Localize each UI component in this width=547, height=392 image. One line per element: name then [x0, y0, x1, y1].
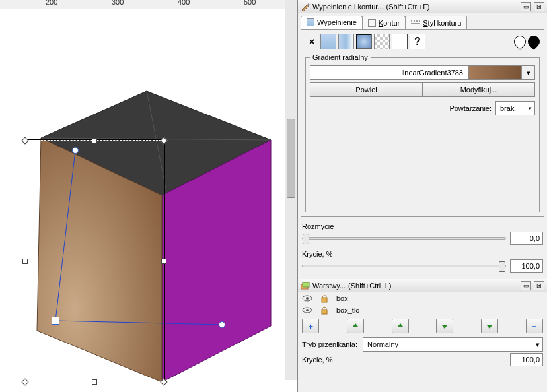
flat-color-button[interactable] — [320, 34, 336, 49]
repeat-label: Powtarzanie: — [449, 104, 492, 112]
swatch-button[interactable] — [392, 34, 408, 49]
gradient-fieldset: Gradient radialny linearGradient3783 ▾ P… — [305, 53, 540, 212]
repeat-value: brak — [500, 104, 514, 112]
layer-down-button[interactable] — [436, 319, 453, 333]
gradient-node[interactable] — [219, 321, 225, 328]
delete-layer-button[interactable]: － — [526, 319, 543, 333]
gradient-name-text: linearGradient3783 — [401, 69, 463, 77]
resize-handle[interactable] — [92, 138, 97, 143]
ruler-tick: 300 — [112, 0, 124, 6]
blur-label: Rozmycie — [302, 222, 543, 230]
repeat-select[interactable]: brak — [495, 101, 535, 115]
gradient-legend: Gradient radialny — [310, 53, 371, 61]
blur-row: Rozmycie 0,0 — [302, 222, 543, 245]
tab-fill[interactable]: Wypełnienie — [301, 16, 363, 29]
canvas[interactable] — [0, 9, 297, 392]
gradient-center-node[interactable] — [52, 317, 59, 325]
dialog-shortcut: (Shift+Ctrl+F) — [386, 3, 430, 11]
opacity-label: Krycie, % — [302, 250, 543, 258]
layer-row[interactable]: box — [298, 292, 547, 304]
layer-name[interactable]: box_tlo — [336, 306, 543, 314]
no-paint-button[interactable]: × — [305, 36, 318, 47]
ruler-tick: 500 — [244, 0, 256, 6]
fill-swatch-icon — [307, 18, 314, 26]
layer-row[interactable]: box_tlo — [298, 304, 547, 316]
slider-thumb[interactable] — [303, 234, 309, 244]
minimize-button[interactable]: ▭ — [521, 281, 531, 290]
blend-mode-row: Tryb przenikania: Normalny — [298, 336, 547, 353]
tab-label: Kontur — [379, 19, 400, 27]
layers-icon — [301, 281, 310, 290]
layer-to-top-button[interactable] — [347, 319, 364, 333]
right-panel: Wypełnienie i kontur... (Shift+Ctrl+F) ▭… — [297, 0, 547, 392]
close-button[interactable]: ⊠ — [534, 281, 544, 290]
fill-rule-nonzero-button[interactable] — [525, 33, 542, 49]
gradient-name-field[interactable]: linearGradient3783 — [310, 65, 469, 80]
fill-tabs: Wypełnienie Kontur Styl konturu — [298, 13, 547, 29]
svg-rect-11 — [322, 298, 327, 302]
lock-open-icon[interactable] — [319, 294, 330, 303]
stroke-swatch-icon — [368, 19, 376, 27]
gradient-preview — [469, 65, 522, 80]
gradient-dropdown-button[interactable]: ▾ — [522, 65, 535, 80]
ruler-horizontal: 200 300 400 500 — [0, 0, 297, 9]
edit-gradient-button[interactable]: Modyfikuj... — [423, 82, 535, 97]
layer-up-button[interactable] — [392, 319, 409, 333]
dialog-title-text: Wypełnienie i kontur... — [312, 3, 384, 11]
svg-point-10 — [306, 297, 309, 300]
minimize-button[interactable]: ▭ — [521, 2, 531, 11]
resize-handle[interactable] — [22, 259, 28, 264]
opacity-row: Krycie, % 100,0 — [302, 250, 543, 273]
layer-buttons-row: ＋ － — [298, 316, 547, 336]
tab-label: Wypełnienie — [317, 18, 357, 26]
blur-spinbox[interactable]: 0,0 — [510, 232, 543, 245]
opacity-slider[interactable] — [302, 265, 506, 267]
resize-handle[interactable] — [161, 259, 166, 264]
fill-tab-content: × ? Gradient radialny linearGradient3783… — [301, 29, 544, 217]
paint-type-row: × ? — [305, 34, 540, 49]
layer-name[interactable]: box — [336, 294, 543, 302]
blend-label: Tryb przenikania: — [302, 341, 357, 348]
slider-thumb[interactable] — [499, 261, 505, 272]
ruler-tick: 400 — [178, 0, 190, 6]
svg-point-13 — [306, 309, 309, 311]
ruler-tick: 200 — [46, 0, 57, 6]
radial-gradient-button[interactable] — [356, 34, 372, 49]
svg-rect-16 — [487, 329, 492, 329]
tab-stroke-paint[interactable]: Kontur — [362, 16, 406, 29]
dialog-title-text: Warstwy... — [312, 282, 346, 290]
close-button[interactable]: ⊠ — [534, 2, 544, 11]
linear-gradient-button[interactable] — [338, 34, 354, 49]
stroke-style-icon — [411, 20, 420, 26]
blur-value: 0,0 — [530, 234, 540, 242]
svg-rect-8 — [303, 282, 309, 287]
svg-rect-14 — [322, 310, 327, 314]
scrollbar-thumb[interactable] — [287, 119, 295, 198]
tab-stroke-style[interactable]: Styl konturu — [405, 16, 467, 29]
blend-mode-select[interactable]: Normalny — [363, 337, 543, 352]
eye-icon[interactable] — [302, 306, 312, 315]
selection-bbox[interactable] — [24, 140, 164, 383]
gradient-node[interactable] — [72, 147, 79, 154]
opacity-value: 100,0 — [521, 262, 540, 270]
duplicate-gradient-button[interactable]: Powiel — [310, 82, 423, 97]
opacity-spinbox[interactable]: 100,0 — [510, 259, 543, 273]
tab-label: Styl konturu — [423, 19, 461, 27]
blur-slider[interactable] — [302, 237, 506, 240]
add-layer-button[interactable]: ＋ — [302, 319, 319, 333]
layers-dialog-title: Warstwy... (Shift+Ctrl+L) ▭ ⊠ — [298, 279, 547, 292]
layer-opacity-row: Krycie, % 100,0 — [302, 353, 543, 366]
scrollbar-vertical[interactable] — [285, 0, 297, 380]
dialog-shortcut: (Shift+Ctrl+L) — [348, 282, 391, 290]
layer-opacity-spinbox[interactable]: 100,0 — [510, 353, 543, 366]
pattern-button[interactable] — [374, 34, 390, 49]
eye-icon[interactable] — [302, 294, 312, 303]
blend-value: Normalny — [367, 341, 398, 348]
lock-closed-icon[interactable] — [319, 306, 330, 315]
resize-handle[interactable] — [92, 379, 97, 385]
layer-opacity-label: Krycie, % — [302, 356, 332, 364]
unknown-paint-button[interactable]: ? — [410, 34, 425, 49]
fill-rule-evenodd-button[interactable] — [511, 33, 528, 49]
canvas-area: 200 300 400 500 — [0, 0, 297, 392]
layer-to-bottom-button[interactable] — [481, 319, 498, 333]
